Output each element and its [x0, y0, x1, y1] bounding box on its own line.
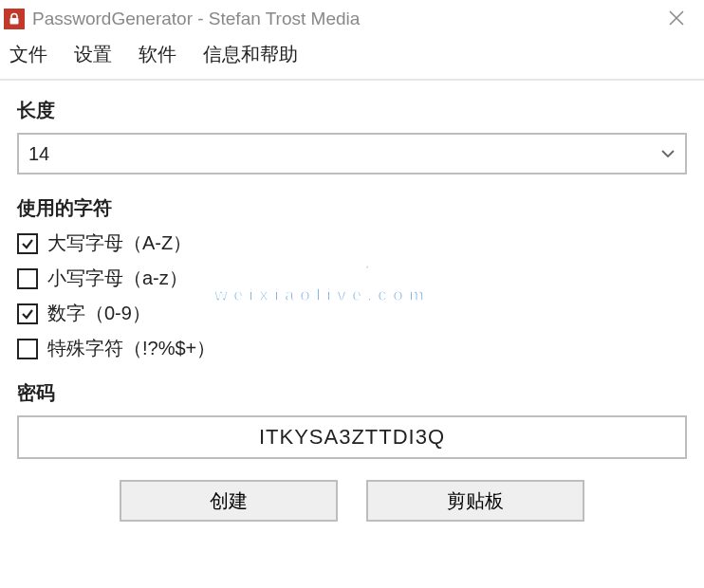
uppercase-label: 大写字母（A-Z）: [47, 230, 192, 256]
clipboard-button[interactable]: 剪贴板: [366, 480, 584, 522]
content-area: 长度 14 使用的字符 大写字母（A-Z） 小写字母（a-z） 数字（0-9）: [0, 79, 704, 541]
check-icon: [21, 237, 34, 250]
uppercase-row: 大写字母（A-Z）: [17, 230, 687, 256]
app-lock-icon: [4, 9, 25, 29]
menu-info-help[interactable]: 信息和帮助: [203, 42, 298, 67]
uppercase-checkbox[interactable]: [17, 233, 38, 254]
length-value: 14: [28, 143, 49, 165]
digits-label: 数字（0-9）: [47, 301, 151, 326]
password-output[interactable]: ITKYSA3ZTTDI3Q: [17, 415, 687, 459]
menu-software[interactable]: 软件: [139, 42, 176, 67]
digits-checkbox[interactable]: [17, 303, 38, 324]
special-label: 特殊字符（!?%$+）: [47, 336, 215, 361]
create-button[interactable]: 创建: [120, 480, 338, 522]
svg-rect-0: [10, 18, 19, 25]
check-icon: [21, 307, 34, 321]
length-label: 长度: [17, 98, 687, 123]
special-row: 特殊字符（!?%$+）: [17, 336, 687, 361]
button-row: 创建 剪贴板: [17, 480, 687, 522]
lowercase-label: 小写字母（a-z）: [47, 266, 188, 291]
titlebar: PasswordGenerator - Stefan Trost Media: [0, 0, 704, 38]
menubar: 文件 设置 软件 信息和帮助: [0, 38, 704, 79]
password-label: 密码: [17, 380, 687, 406]
menu-file[interactable]: 文件: [9, 42, 47, 67]
lowercase-row: 小写字母（a-z）: [17, 266, 687, 291]
char-options: 大写字母（A-Z） 小写字母（a-z） 数字（0-9） 特殊字符（!?%$+）: [17, 230, 687, 361]
window-title: PasswordGenerator - Stefan Trost Media: [32, 9, 360, 29]
chars-label: 使用的字符: [17, 195, 687, 221]
special-checkbox[interactable]: [17, 339, 38, 359]
digits-row: 数字（0-9）: [17, 301, 687, 326]
close-icon: [668, 9, 685, 27]
length-dropdown[interactable]: 14: [17, 133, 687, 175]
menu-settings[interactable]: 设置: [74, 42, 112, 67]
password-value: ITKYSA3ZTTDI3Q: [259, 425, 445, 450]
chevron-down-icon: [660, 149, 676, 158]
lowercase-checkbox[interactable]: [17, 268, 38, 289]
close-button[interactable]: [660, 6, 693, 34]
